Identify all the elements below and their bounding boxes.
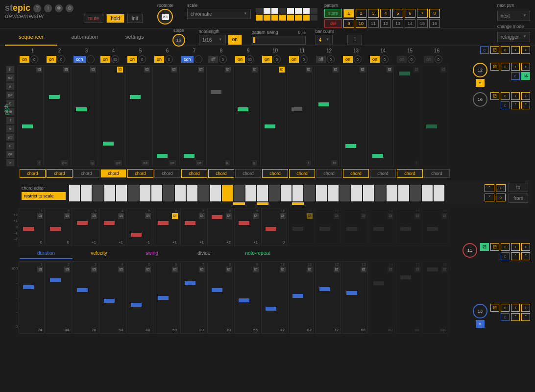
- pattern-16[interactable]: 16: [429, 19, 440, 28]
- pitch-label[interactable]: c: [6, 159, 15, 167]
- prob-knob[interactable]: 0: [138, 55, 146, 63]
- prob-knob[interactable]: 65: [246, 55, 254, 63]
- nextptrn-select[interactable]: next: [497, 11, 530, 21]
- duration-slider[interactable]: 11⚂62: [288, 261, 314, 334]
- chord-button[interactable]: chord: [154, 169, 180, 178]
- step-mode-button[interactable]: on: [154, 56, 164, 63]
- pitch-slider[interactable]: ⚂f#: [314, 65, 340, 167]
- prob-knob[interactable]: 0: [273, 55, 281, 63]
- ptab-divider[interactable]: divider: [178, 248, 231, 259]
- pitch-slider[interactable]: ⚂f: [287, 65, 313, 167]
- del-button[interactable]: del: [324, 19, 342, 28]
- chord-button[interactable]: chord: [289, 169, 315, 178]
- circle-icon[interactable]: ○: [501, 92, 510, 100]
- dice-icon[interactable]: ⚂: [388, 213, 393, 219]
- duration-knob[interactable]: 13: [473, 304, 487, 318]
- pattern-11[interactable]: 11: [368, 19, 379, 28]
- octave-slider[interactable]: 13⚂: [342, 208, 368, 246]
- prob-knob[interactable]: 0: [381, 55, 389, 63]
- octave-slider[interactable]: 15⚂: [396, 208, 422, 246]
- pitch-knob[interactable]: 16: [473, 92, 487, 107]
- dice-icon[interactable]: ⚂: [490, 63, 499, 71]
- octave-knob[interactable]: 11: [462, 243, 477, 258]
- prob-knob[interactable]: 0: [354, 55, 362, 63]
- tab-automation[interactable]: automation: [57, 29, 111, 46]
- prev-icon[interactable]: ‹: [511, 243, 520, 251]
- next-icon[interactable]: ›: [521, 63, 530, 71]
- scale-select[interactable]: chromatic: [187, 9, 251, 19]
- octave-slider[interactable]: 10⚂0: [261, 208, 287, 246]
- prev-icon[interactable]: ‹: [511, 46, 520, 54]
- prob-knob[interactable]: 0: [165, 55, 173, 63]
- up-icon[interactable]: ˄: [485, 184, 494, 192]
- pitch-slider[interactable]: ⚂f: [18, 65, 44, 167]
- pitch-slider[interactable]: ⚂: [260, 65, 286, 167]
- prob-knob[interactable]: 0: [57, 55, 65, 63]
- dice-icon[interactable]: ⚂: [226, 267, 232, 272]
- up-icon[interactable]: ˄: [511, 313, 520, 321]
- pitch-slider[interactable]: ⚂: [341, 65, 367, 167]
- dice-icon[interactable]: ⚂: [490, 243, 499, 251]
- dice-icon[interactable]: ⚂: [490, 304, 499, 312]
- step-mode-button[interactable]: off: [316, 56, 326, 63]
- pitch-slider[interactable]: ⚂a: [206, 65, 232, 167]
- dice-icon[interactable]: ⚂: [334, 213, 340, 219]
- dice-icon[interactable]: ⚂: [490, 92, 499, 100]
- dice-icon[interactable]: ⚂: [333, 67, 339, 73]
- ptab-noterepeat[interactable]: note-repeat: [231, 248, 284, 259]
- circle-icon[interactable]: ○: [501, 63, 510, 71]
- duration-slider[interactable]: 4⚂54: [99, 261, 125, 334]
- dice-icon[interactable]: ⚂: [252, 67, 258, 73]
- piano-keyboard[interactable]: [69, 184, 482, 202]
- step-mode-button[interactable]: on: [127, 56, 137, 63]
- prob-knob[interactable]: 0: [219, 55, 227, 63]
- dice-icon[interactable]: ⚂: [480, 243, 489, 251]
- palette-icon[interactable]: ✽: [55, 4, 63, 12]
- circle-icon[interactable]: ○: [496, 194, 506, 201]
- help-icon[interactable]: ?: [33, 4, 41, 12]
- dice-icon[interactable]: ⚂: [171, 67, 177, 73]
- dice-icon[interactable]: ⚂: [387, 67, 392, 73]
- dice-icon[interactable]: ⚂: [414, 213, 420, 219]
- duration-slider[interactable]: 9⚂55: [234, 261, 260, 334]
- prev-icon[interactable]: ‹: [511, 304, 520, 312]
- dice-icon[interactable]: ⚂: [253, 267, 259, 272]
- prob-knob[interactable]: 0: [435, 55, 442, 63]
- dice-icon[interactable]: ⚂: [37, 213, 43, 219]
- duration-slider[interactable]: 5⚂48: [126, 261, 152, 334]
- octave-slider[interactable]: 16⚂: [423, 208, 449, 246]
- tab-settings[interactable]: settings: [112, 29, 158, 46]
- dice-icon[interactable]: ⚂: [307, 213, 313, 219]
- changemode-select[interactable]: retrigger: [497, 32, 530, 42]
- up-icon[interactable]: ˄: [511, 101, 520, 109]
- mute-button[interactable]: mute: [84, 14, 103, 23]
- prob-knob[interactable]: 0: [300, 55, 308, 63]
- dice-icon[interactable]: ⚂: [253, 213, 259, 219]
- step-mode-button[interactable]: con: [181, 56, 194, 63]
- dice-icon[interactable]: ⚂: [37, 267, 43, 272]
- chord-button[interactable]: chord: [73, 169, 99, 178]
- pattern-14[interactable]: 14: [405, 19, 415, 28]
- pattern-5[interactable]: 5: [392, 9, 403, 18]
- pattern-12[interactable]: 12: [380, 19, 391, 28]
- dice-icon[interactable]: ⚂: [172, 213, 178, 219]
- duration-slider[interactable]: 8⚂70: [207, 261, 233, 334]
- circle-icon[interactable]: ○: [501, 243, 510, 251]
- step-mode-button[interactable]: on: [397, 56, 407, 63]
- restrict-scale-button[interactable]: restrict to scale: [22, 192, 66, 200]
- duration-slider[interactable]: 7⚂80: [180, 261, 206, 334]
- chord-button[interactable]: chord: [343, 169, 369, 178]
- down-icon[interactable]: ˅: [485, 194, 494, 201]
- chord-button[interactable]: chord: [181, 169, 207, 178]
- pitch-label[interactable]: c#: [6, 150, 15, 158]
- dice-icon[interactable]: ⚂: [172, 267, 178, 272]
- dice-icon[interactable]: ⚂: [36, 67, 42, 73]
- octave-slider[interactable]: 7⚂+1: [180, 208, 206, 246]
- octave-slider[interactable]: 6⚂+1: [153, 208, 179, 246]
- pitch-slider[interactable]: ⚂c#: [179, 65, 205, 167]
- gear-icon[interactable]: ⚙: [66, 4, 73, 12]
- step-mode-button[interactable]: on: [262, 56, 272, 63]
- dice-icon[interactable]: ⚂: [91, 267, 97, 272]
- pitch-slider[interactable]: ⚂g: [233, 65, 259, 167]
- pitch-label[interactable]: d#: [6, 133, 15, 141]
